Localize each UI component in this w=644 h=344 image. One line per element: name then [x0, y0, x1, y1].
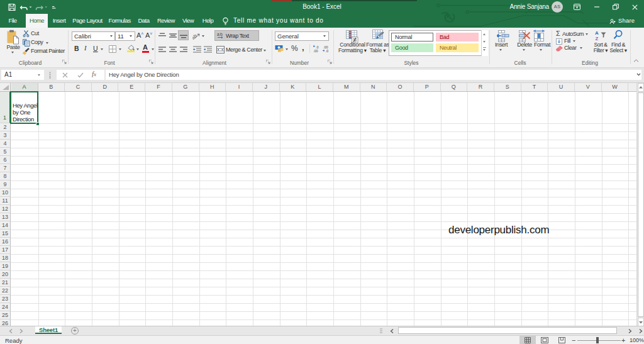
svg-text:b: b: [220, 32, 223, 36]
svg-text:.00: .00: [313, 49, 318, 53]
svg-text:Z: Z: [596, 36, 599, 41]
svg-text:.0: .0: [326, 49, 329, 53]
svg-text:a: a: [217, 32, 219, 36]
